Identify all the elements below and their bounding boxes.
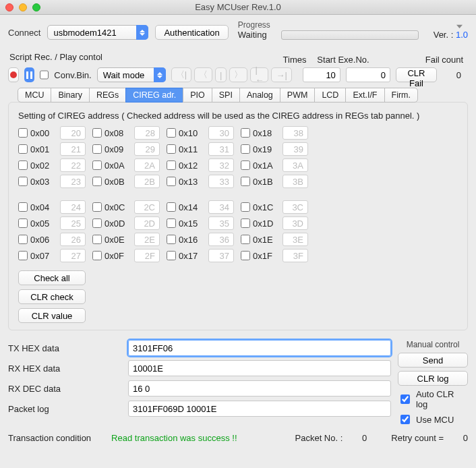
- rx-dec-input[interactable]: [128, 380, 391, 397]
- send-button[interactable]: Send: [398, 353, 468, 368]
- addr-checkbox-0x06[interactable]: [18, 235, 28, 244]
- addr-checkbox-0x16[interactable]: [167, 235, 176, 244]
- startexe-input[interactable]: [346, 67, 390, 82]
- addr-checkbox-0x1B[interactable]: [241, 177, 250, 186]
- auto-clr-log-checkbox[interactable]: [400, 394, 410, 404]
- addr-checkbox-0x09[interactable]: [92, 144, 102, 154]
- tab-pwm[interactable]: PWM: [280, 88, 316, 103]
- addr-label: 0x12: [179, 160, 206, 171]
- disclosure-triangle-icon[interactable]: [456, 23, 463, 29]
- addr-value-input-0x1A[interactable]: [282, 158, 308, 172]
- addr-checkbox-0x04[interactable]: [18, 202, 28, 212]
- tab-cireg-adr-[interactable]: CIREG adr.: [125, 88, 183, 103]
- tx-hex-input[interactable]: [128, 340, 391, 356]
- tab-binary[interactable]: Binary: [51, 88, 89, 103]
- addr-value-input-0x19[interactable]: [282, 142, 308, 156]
- addr-checkbox-0x1D[interactable]: [241, 218, 250, 228]
- addr-checkbox-0x18[interactable]: [241, 128, 250, 138]
- addr-checkbox-0x1F[interactable]: [241, 251, 250, 260]
- tab-mcu[interactable]: MCU: [18, 88, 51, 103]
- packet-log-input[interactable]: [128, 401, 391, 417]
- addr-checkbox-0x13[interactable]: [167, 177, 176, 186]
- tab-pio[interactable]: PIO: [183, 88, 212, 103]
- clr-log-button[interactable]: CLR log: [398, 371, 468, 386]
- addr-checkbox-0x0B[interactable]: [92, 177, 102, 186]
- addr-value-input-0x18[interactable]: [282, 126, 308, 140]
- addr-value-input-0x10[interactable]: [208, 126, 234, 140]
- addr-value-input-0x0E[interactable]: [134, 233, 160, 246]
- addr-value-input-0x17[interactable]: [208, 249, 234, 262]
- addr-value-input-0x00[interactable]: [60, 126, 86, 140]
- addr-value-input-0x16[interactable]: [208, 233, 234, 246]
- tab-analog[interactable]: Analog: [239, 88, 280, 103]
- convbin-checkbox[interactable]: [40, 70, 49, 80]
- tab-regs[interactable]: REGs: [89, 88, 126, 103]
- tab-spi[interactable]: SPI: [212, 88, 240, 103]
- addr-value-input-0x11[interactable]: [208, 142, 234, 156]
- addr-value-input-0x0F[interactable]: [134, 249, 160, 262]
- addr-checkbox-0x0C[interactable]: [92, 202, 102, 212]
- addr-cell-0x02: 0x02: [18, 158, 86, 172]
- addr-checkbox-0x17[interactable]: [167, 251, 176, 260]
- addr-checkbox-0x19[interactable]: [241, 144, 250, 154]
- addr-checkbox-0x07[interactable]: [18, 251, 28, 260]
- times-input[interactable]: [303, 67, 340, 82]
- addr-checkbox-0x02[interactable]: [18, 160, 28, 170]
- waitmode-select[interactable]: Wait mode: [97, 67, 166, 82]
- addr-checkbox-0x1E[interactable]: [241, 235, 250, 244]
- addr-value-input-0x01[interactable]: [60, 142, 86, 156]
- addr-checkbox-0x01[interactable]: [18, 144, 28, 154]
- addr-checkbox-0x1C[interactable]: [241, 202, 250, 212]
- addr-checkbox-0x0A[interactable]: [92, 160, 102, 170]
- addr-value-input-0x0D[interactable]: [134, 216, 160, 230]
- addr-value-input-0x15[interactable]: [208, 216, 234, 230]
- clr-check-button[interactable]: CLR check: [18, 289, 86, 304]
- addr-value-input-0x07[interactable]: [60, 249, 86, 262]
- addr-value-input-0x1B[interactable]: [282, 175, 308, 188]
- check-all-button[interactable]: Check all: [18, 270, 86, 285]
- addr-value-input-0x05[interactable]: [60, 216, 86, 230]
- addr-label: 0x16: [179, 235, 206, 245]
- tab-ext-i-f[interactable]: Ext.I/F: [345, 88, 384, 103]
- addr-checkbox-0x0F[interactable]: [92, 251, 102, 260]
- addr-value-input-0x1C[interactable]: [282, 200, 308, 214]
- pause-button[interactable]: [24, 67, 34, 82]
- addr-value-input-0x13[interactable]: [208, 175, 234, 188]
- addr-checkbox-0x12[interactable]: [167, 160, 176, 170]
- addr-value-input-0x0B[interactable]: [134, 175, 160, 188]
- addr-value-input-0x09[interactable]: [134, 142, 160, 156]
- addr-value-input-0x14[interactable]: [208, 200, 234, 214]
- device-select[interactable]: usbmodem1421: [47, 25, 148, 40]
- addr-value-input-0x06[interactable]: [60, 233, 86, 246]
- addr-value-input-0x0C[interactable]: [134, 200, 160, 214]
- address-grid: 0x000x010x020x030x040x050x060x070x080x09…: [18, 126, 458, 262]
- rx-hex-input[interactable]: [128, 360, 391, 376]
- addr-value-input-0x1D[interactable]: [282, 216, 308, 230]
- addr-value-input-0x1F[interactable]: [282, 249, 308, 262]
- addr-checkbox-0x1A[interactable]: [241, 160, 250, 170]
- addr-value-input-0x1E[interactable]: [282, 233, 308, 246]
- addr-value-input-0x04[interactable]: [60, 200, 86, 214]
- use-mcu-checkbox[interactable]: [400, 415, 410, 424]
- addr-checkbox-0x15[interactable]: [167, 218, 176, 228]
- addr-checkbox-0x00[interactable]: [18, 128, 28, 138]
- addr-value-input-0x0A[interactable]: [134, 158, 160, 172]
- addr-value-input-0x03[interactable]: [60, 175, 86, 188]
- addr-checkbox-0x0D[interactable]: [92, 218, 102, 228]
- addr-checkbox-0x05[interactable]: [18, 218, 28, 228]
- tab-firm-[interactable]: Firm.: [384, 88, 418, 103]
- addr-checkbox-0x11[interactable]: [167, 144, 176, 154]
- clr-fail-button[interactable]: CLR Fail: [396, 67, 437, 82]
- tab-lcd[interactable]: LCD: [314, 88, 346, 103]
- addr-checkbox-0x03[interactable]: [18, 177, 28, 186]
- addr-checkbox-0x08[interactable]: [92, 128, 102, 138]
- record-button[interactable]: [8, 67, 19, 82]
- addr-value-input-0x12[interactable]: [208, 158, 234, 172]
- clr-value-button[interactable]: CLR value: [18, 308, 86, 323]
- addr-checkbox-0x0E[interactable]: [92, 235, 102, 244]
- addr-value-input-0x08[interactable]: [134, 126, 160, 140]
- authentication-button[interactable]: Authentication: [155, 25, 228, 40]
- addr-checkbox-0x14[interactable]: [167, 202, 176, 212]
- addr-checkbox-0x10[interactable]: [167, 128, 176, 138]
- addr-value-input-0x02[interactable]: [60, 158, 86, 172]
